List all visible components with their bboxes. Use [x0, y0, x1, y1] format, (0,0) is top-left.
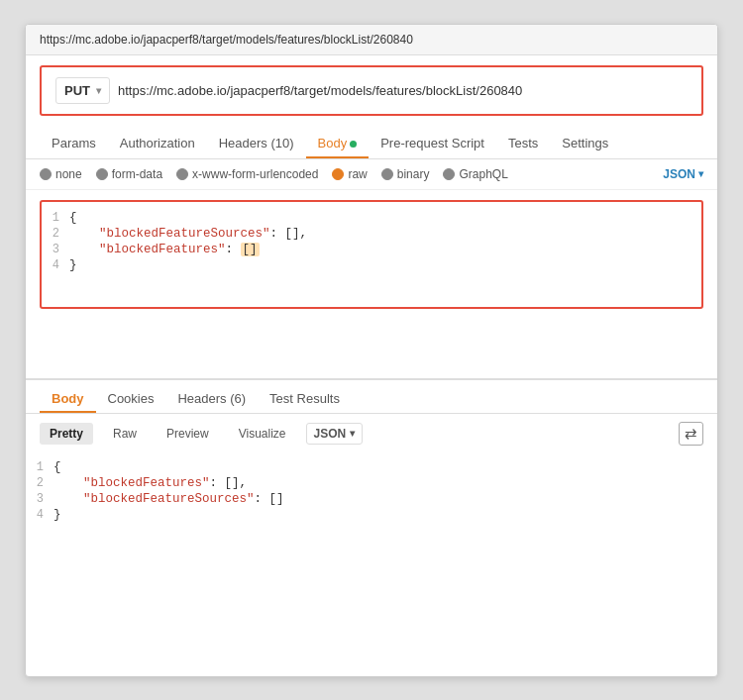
- json-format-select[interactable]: JSON ▾: [663, 167, 703, 181]
- line-num-3: 3: [42, 243, 69, 256]
- code-line-1: 1 {: [42, 210, 701, 226]
- line-content-1: {: [69, 211, 77, 225]
- fmt-pretty-button[interactable]: Pretty: [40, 423, 93, 445]
- tab-authorization-label: Authorization: [120, 136, 195, 150]
- fmt-preview-label: Preview: [166, 427, 209, 441]
- body-type-binary-label: binary: [397, 167, 430, 181]
- response-tab-cookies-label: Cookies: [108, 391, 155, 406]
- resp-line-num-1: 1: [26, 460, 53, 474]
- response-tab-cookies[interactable]: Cookies: [96, 386, 166, 413]
- fmt-visualize-button[interactable]: Visualize: [229, 423, 296, 445]
- line-content-3: "blockedFeatures": []: [69, 243, 260, 256]
- response-body-code: 1 { 2 "blockedFeatures": [], 3 "blockedF…: [26, 453, 717, 529]
- tab-authorization[interactable]: Authorization: [108, 130, 207, 158]
- body-type-raw[interactable]: raw: [332, 167, 367, 181]
- body-type-formdata-label: form-data: [112, 167, 162, 181]
- code-line-4: 4 }: [42, 257, 701, 273]
- body-type-none[interactable]: none: [40, 167, 82, 181]
- tab-prerequest-label: Pre-request Script: [380, 136, 484, 150]
- main-window: https://mc.adobe.io/japacperf8/target/mo…: [25, 24, 718, 677]
- fmt-preview-button[interactable]: Preview: [157, 423, 219, 445]
- radio-none-icon: [40, 168, 52, 180]
- tab-tests[interactable]: Tests: [496, 130, 550, 158]
- json-format-label: JSON: [663, 167, 695, 181]
- body-type-binary[interactable]: binary: [381, 167, 430, 181]
- resp-line-num-3: 3: [26, 492, 53, 506]
- tab-tests-label: Tests: [508, 136, 538, 150]
- fmt-raw-label: Raw: [113, 427, 137, 441]
- wrap-lines-icon[interactable]: ⇄: [679, 422, 703, 446]
- spacer: [26, 319, 717, 378]
- response-tab-headers[interactable]: Headers (6): [165, 386, 258, 413]
- tab-params-label: Params: [52, 136, 96, 150]
- json-format-chevron-icon: ▾: [698, 168, 703, 179]
- tab-settings[interactable]: Settings: [550, 130, 620, 158]
- tab-settings-label: Settings: [562, 136, 608, 150]
- tab-prerequest[interactable]: Pre-request Script: [369, 130, 496, 158]
- request-tabs: Params Authorization Headers (10) Body P…: [26, 126, 717, 159]
- code-line-3: 3 "blockedFeatures": []: [42, 242, 701, 257]
- request-body-code[interactable]: 1 { 2 "blockedFeatureSources": [], 3 "bl…: [40, 200, 703, 309]
- fmt-visualize-label: Visualize: [239, 427, 286, 441]
- response-tab-body[interactable]: Body: [40, 386, 96, 413]
- fmt-pretty-label: Pretty: [50, 427, 83, 441]
- resp-line-content-1: {: [53, 460, 61, 474]
- fmt-raw-button[interactable]: Raw: [103, 423, 147, 445]
- response-format-row: Pretty Raw Preview Visualize JSON ▾ ⇄: [26, 414, 717, 453]
- tab-params[interactable]: Params: [40, 130, 108, 158]
- radio-graphql-icon: [443, 168, 455, 180]
- radio-urlencoded-icon: [176, 168, 188, 180]
- response-line-2: 2 "blockedFeatures": [],: [26, 475, 717, 491]
- line-num-4: 4: [42, 258, 69, 272]
- tab-body[interactable]: Body: [306, 130, 370, 158]
- body-type-graphql[interactable]: GraphQL: [443, 167, 507, 181]
- tab-body-label: Body: [318, 136, 348, 150]
- line-num-2: 2: [42, 227, 69, 241]
- resp-line-num-4: 4: [26, 508, 53, 522]
- response-tabs: Body Cookies Headers (6) Test Results: [26, 380, 717, 414]
- method-label: PUT: [64, 83, 90, 98]
- response-line-3: 3 "blockedFeatureSources": []: [26, 491, 717, 507]
- line-content-4: }: [69, 258, 77, 272]
- body-type-formdata[interactable]: form-data: [96, 167, 162, 181]
- body-type-none-label: none: [55, 167, 82, 181]
- resp-line-content-3: "blockedFeatureSources": []: [53, 492, 284, 506]
- line-content-2: "blockedFeatureSources": [],: [69, 227, 307, 241]
- body-type-urlencoded-label: x-www-form-urlencoded: [192, 167, 318, 181]
- body-dot-icon: [350, 141, 357, 148]
- response-tab-testresults[interactable]: Test Results: [258, 386, 352, 413]
- body-type-row: none form-data x-www-form-urlencoded raw…: [26, 159, 717, 190]
- response-json-select[interactable]: JSON ▾: [306, 423, 364, 445]
- body-type-graphql-label: GraphQL: [459, 167, 507, 181]
- resp-line-content-4: }: [53, 508, 61, 522]
- url-input[interactable]: [118, 83, 688, 98]
- title-bar: https://mc.adobe.io/japacperf8/target/mo…: [26, 25, 717, 55]
- method-chevron-icon: ▾: [96, 85, 101, 96]
- response-tab-headers-label: Headers (6): [177, 391, 246, 406]
- radio-binary-icon: [381, 168, 393, 180]
- response-tab-testresults-label: Test Results: [269, 391, 340, 406]
- resp-line-content-2: "blockedFeatures": [],: [53, 476, 247, 490]
- tab-headers[interactable]: Headers (10): [207, 130, 306, 158]
- window-title: https://mc.adobe.io/japacperf8/target/mo…: [40, 33, 413, 47]
- method-select[interactable]: PUT ▾: [55, 77, 110, 104]
- body-type-raw-label: raw: [348, 167, 367, 181]
- code-line-2: 2 "blockedFeatureSources": [],: [42, 226, 701, 242]
- response-tab-body-label: Body: [52, 391, 84, 406]
- response-json-label: JSON: [314, 427, 347, 441]
- line-num-1: 1: [42, 211, 69, 225]
- radio-raw-icon: [332, 168, 344, 180]
- tab-headers-label: Headers (10): [219, 136, 294, 150]
- response-line-4: 4 }: [26, 507, 717, 523]
- resp-line-num-2: 2: [26, 476, 53, 490]
- request-row: PUT ▾: [40, 65, 703, 116]
- body-type-urlencoded[interactable]: x-www-form-urlencoded: [176, 167, 318, 181]
- response-line-1: 1 {: [26, 459, 717, 475]
- radio-formdata-icon: [96, 168, 108, 180]
- response-json-chevron-icon: ▾: [350, 428, 355, 439]
